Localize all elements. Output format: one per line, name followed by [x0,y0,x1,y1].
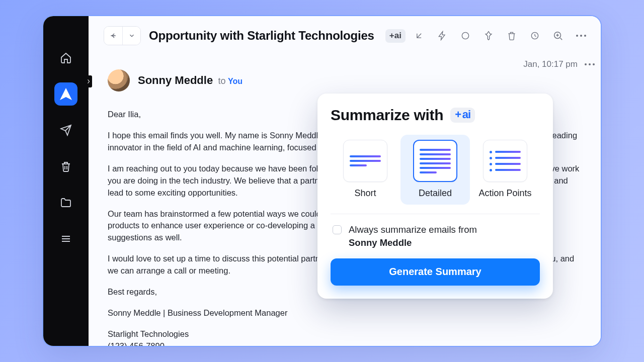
always-checkbox[interactable] [333,225,342,234]
sidebar [43,16,89,346]
nav-back-forward [104,26,141,45]
bolt-icon[interactable] [437,30,448,41]
option-detailed[interactable]: Detailed [400,135,470,205]
popup-divider [331,214,540,214]
message-more-icon[interactable] [585,63,595,65]
toolbar [414,30,587,41]
email-body: Jan, 10:17 pm Sonny Meddle to You Dear I… [89,55,601,346]
option-action-label: Action Points [470,188,540,199]
popup-title-row: Summarize with +ai [331,107,540,124]
popup-title: Summarize with [331,107,443,124]
ai-badge-text: ai [462,109,470,120]
delete-icon[interactable] [506,30,517,41]
menu-icon[interactable] [54,227,77,250]
email-paragraph: Sonny Meddle | Business Development Mana… [108,307,581,319]
ai-badge: +ai [450,108,475,123]
option-short[interactable]: Short [331,135,400,205]
back-button[interactable] [104,27,122,45]
option-detailed-thumb [413,140,457,182]
option-action[interactable]: Action Points [470,135,540,205]
message-meta: Jan, 10:17 pm [523,59,595,69]
option-action-thumb [483,140,527,182]
main-pane: Opportunity with Starlight Technologies … [89,16,601,346]
always-prefix: Always summarize emails from [349,224,477,235]
email-subject: Opportunity with Starlight Technologies [149,29,374,43]
ai-badge-plus: + [455,109,461,120]
avatar [108,69,130,92]
zoom-add-icon[interactable] [552,30,564,41]
always-text: Always summarize emails from Sonny Meddl… [349,223,477,249]
to-value[interactable]: You [228,77,243,85]
send-icon[interactable] [54,119,77,142]
to-label: to [218,76,226,86]
dropdown-button[interactable] [122,27,140,45]
from-row: Sonny Meddle to You [108,69,582,92]
circle-icon[interactable] [460,30,471,41]
option-short-label: Short [331,188,400,199]
home-icon[interactable] [54,46,77,69]
always-name: Sonny Meddle [349,236,477,249]
summarize-popup: Summarize with +ai Short [317,94,553,299]
pin-icon[interactable] [483,30,494,41]
summary-options: Short Detailed [331,135,540,205]
always-summarize-row: Always summarize emails from Sonny Meddl… [331,223,540,249]
svg-point-0 [462,32,468,39]
sender-name: Sonny Meddle [138,74,213,86]
collapse-icon[interactable] [414,30,425,41]
more-icon[interactable] [576,30,587,41]
ai-chip[interactable]: +ai [385,29,406,43]
trash-icon[interactable] [54,155,77,178]
clock-icon[interactable] [529,30,540,41]
option-detailed-label: Detailed [400,188,470,199]
app-window: Opportunity with Starlight Technologies … [42,15,602,347]
email-paragraph: Starlight Technologies (123) 456-7890 [108,328,581,346]
generate-button[interactable]: Generate Summary [331,258,540,286]
topbar: Opportunity with Starlight Technologies … [89,16,601,55]
message-timestamp: Jan, 10:17 pm [523,59,578,69]
compose-icon[interactable] [54,82,77,106]
option-short-thumb [343,140,387,182]
folder-icon[interactable] [54,191,77,214]
